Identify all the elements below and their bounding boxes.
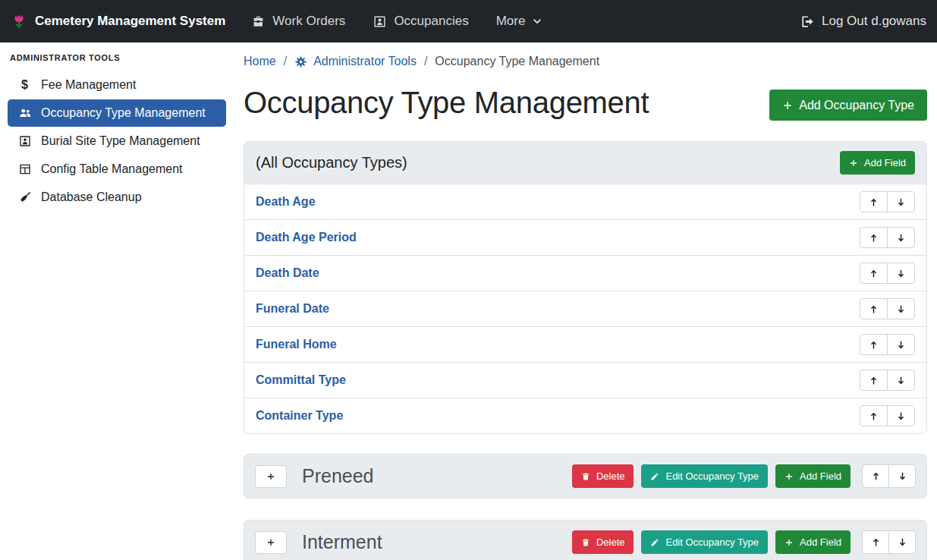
sidebar-item-label: Config Table Management xyxy=(41,162,183,176)
sidebar: Administrator Tools $ Fee Management Occ… xyxy=(0,42,234,560)
move-down-button[interactable] xyxy=(887,405,915,426)
plus-icon xyxy=(849,159,858,168)
field-link[interactable]: Death Age Period xyxy=(256,231,357,244)
sidebar-item-database-cleanup[interactable]: Database Cleanup xyxy=(8,184,226,211)
reorder-buttons xyxy=(860,334,915,355)
add-field-label: Add Field xyxy=(800,470,841,482)
nav-occupancies[interactable]: Occupancies xyxy=(373,14,468,29)
trash-icon xyxy=(581,538,590,547)
field-row: Committal Type xyxy=(244,363,926,398)
card-title: (All Occupancy Types) xyxy=(256,154,407,171)
breadcrumb-administrator-tools[interactable]: Administrator Tools xyxy=(294,55,417,68)
logout-label: Log Out d.gowans xyxy=(822,14,926,29)
move-up-button[interactable] xyxy=(860,227,888,248)
sidebar-item-burial-site-type-management[interactable]: Burial Site Type Management xyxy=(8,127,226,155)
breadcrumb-home[interactable]: Home xyxy=(244,55,276,68)
main-nav: Work Orders Occupancies More xyxy=(251,14,542,29)
logout-button[interactable]: Log Out d.gowans xyxy=(800,14,926,29)
nav-work-orders[interactable]: Work Orders xyxy=(251,14,345,29)
delete-button[interactable]: Delete xyxy=(572,464,634,488)
edit-occupancy-type-button[interactable]: Edit Occupancy Type xyxy=(641,464,768,488)
sidebar-item-occupancy-type-management[interactable]: Occupancy Type Management xyxy=(8,99,226,127)
add-field-label: Add Field xyxy=(800,536,841,548)
plus-icon xyxy=(782,100,793,111)
sidebar-item-label: Fee Management xyxy=(41,78,136,92)
move-up-button[interactable] xyxy=(862,464,889,488)
move-up-button[interactable] xyxy=(862,530,889,554)
field-link[interactable]: Funeral Date xyxy=(256,302,329,316)
nav-more-label: More xyxy=(496,14,526,29)
reorder-buttons xyxy=(860,405,915,426)
delete-button[interactable]: Delete xyxy=(572,530,634,554)
reorder-buttons xyxy=(860,263,915,284)
move-down-button[interactable] xyxy=(887,263,915,284)
move-up-button[interactable] xyxy=(860,370,888,391)
field-row: Death Age xyxy=(244,184,926,220)
sidebar-item-label: Burial Site Type Management xyxy=(41,134,200,148)
page-layout: Administrator Tools $ Fee Management Occ… xyxy=(0,42,937,560)
move-up-button[interactable] xyxy=(860,334,888,355)
move-down-button[interactable] xyxy=(887,227,915,248)
nav-occupancies-label: Occupancies xyxy=(394,14,468,29)
field-row: Container Type xyxy=(244,398,926,433)
move-down-button[interactable] xyxy=(887,370,915,391)
move-up-button[interactable] xyxy=(860,405,888,426)
add-field-button[interactable]: Add Field xyxy=(775,464,851,488)
person-frame-icon xyxy=(17,134,33,148)
toolbox-icon xyxy=(251,14,266,29)
edit-occupancy-type-button[interactable]: Edit Occupancy Type xyxy=(641,530,768,554)
pencil-icon xyxy=(650,472,659,481)
move-up-button[interactable] xyxy=(860,191,888,212)
reorder-buttons xyxy=(860,227,915,248)
move-down-button[interactable] xyxy=(887,334,915,355)
move-down-button[interactable] xyxy=(888,530,916,554)
reorder-buttons xyxy=(862,464,916,488)
arrow-up-icon xyxy=(869,376,879,385)
delete-label: Delete xyxy=(596,470,625,482)
plus-icon xyxy=(785,538,794,547)
arrow-up-icon xyxy=(869,340,879,350)
occupancy-type-name: Interment xyxy=(302,531,382,553)
move-down-button[interactable] xyxy=(887,298,915,319)
move-up-button[interactable] xyxy=(860,263,888,284)
edit-occupancy-type-label: Edit Occupancy Type xyxy=(665,470,759,482)
edit-occupancy-type-label: Edit Occupancy Type xyxy=(665,536,759,548)
breadcrumb-current: Occupancy Type Management xyxy=(435,55,599,68)
expand-button[interactable] xyxy=(255,531,287,554)
expand-button[interactable] xyxy=(255,465,287,488)
move-down-button[interactable] xyxy=(887,191,915,212)
plus-icon xyxy=(785,472,794,481)
occupancy-type-name: Preneed xyxy=(302,465,374,487)
main-content: Home / Administrator Tools / Occupancy T… xyxy=(234,42,937,560)
add-field-button[interactable]: Add Field xyxy=(840,151,915,175)
plus-icon xyxy=(266,538,275,547)
field-link[interactable]: Committal Type xyxy=(256,373,346,387)
move-down-button[interactable] xyxy=(888,464,916,488)
sidebar-item-fee-management[interactable]: $ Fee Management xyxy=(8,71,226,99)
field-row: Death Date xyxy=(244,256,926,291)
app-brand[interactable]: Cemetery Management System xyxy=(11,11,225,31)
arrow-up-icon xyxy=(869,233,879,243)
sidebar-heading: Administrator Tools xyxy=(8,53,226,71)
chevron-down-icon xyxy=(532,16,542,27)
breadcrumb: Home / Administrator Tools / Occupancy T… xyxy=(244,55,927,68)
field-link[interactable]: Funeral Home xyxy=(256,338,337,351)
move-up-button[interactable] xyxy=(860,298,888,319)
arrow-up-icon xyxy=(869,304,879,314)
page-title: Occupancy Type Management xyxy=(244,85,649,120)
nav-work-orders-label: Work Orders xyxy=(272,14,345,29)
broom-icon xyxy=(17,190,33,204)
arrow-down-icon xyxy=(898,537,907,547)
occupancy-type-section-interment: Interment Delete Edit Occupancy Type Add… xyxy=(244,520,927,560)
field-link[interactable]: Death Age xyxy=(256,195,316,209)
add-occupancy-type-button[interactable]: Add Occupancy Type xyxy=(769,90,927,121)
nav-more[interactable]: More xyxy=(496,14,543,29)
add-field-button[interactable]: Add Field xyxy=(775,530,851,554)
field-link[interactable]: Death Date xyxy=(256,266,319,280)
sidebar-item-config-table-management[interactable]: Config Table Management xyxy=(8,156,226,183)
field-link[interactable]: Container Type xyxy=(256,409,343,423)
users-icon xyxy=(17,106,33,120)
arrow-up-icon xyxy=(869,269,879,278)
arrow-down-icon xyxy=(896,233,906,243)
arrow-down-icon xyxy=(898,471,907,481)
